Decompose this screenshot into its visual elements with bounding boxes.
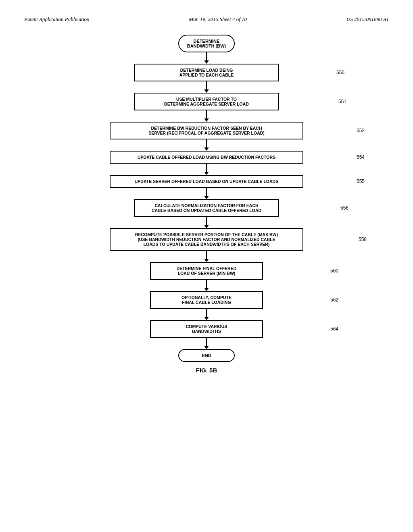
step-558-box: RECOMPUTE POSSIBLE SERVER PORTION OF THE… [110, 228, 303, 251]
header-left: Patent Application Publication [24, 16, 90, 23]
step-start: DETERMINEBANDWIDTH (BW) [24, 35, 389, 52]
start-oval: DETERMINEBANDWIDTH (BW) [178, 35, 235, 52]
label-564: 564 [330, 326, 338, 332]
label-562: 562 [330, 297, 338, 303]
step-562-row: OPTIONALLY, COMPUTEFINAL CABLE LOADING 5… [24, 291, 389, 309]
label-555: 555 [357, 179, 365, 184]
arrow-4 [204, 139, 209, 151]
label-550: 550 [336, 70, 344, 75]
step-555-box: UPDATE SERVER OFFERED LOAD BASED ON UPDA… [110, 175, 303, 188]
step-554-box: UPDATE CABLE OFFERED LOAD USING BW REDUC… [110, 151, 303, 164]
arrow-9 [204, 280, 209, 291]
label-560: 560 [330, 268, 338, 274]
step-560-row: DETERMINE FINAL OFFEREDLOAD OF SERVER (M… [24, 262, 389, 280]
arrow-5 [204, 164, 209, 175]
label-552: 552 [357, 128, 365, 133]
step-554-row: UPDATE CABLE OFFERED LOAD USING BW REDUC… [24, 151, 389, 164]
step-558-row: RECOMPUTE POSSIBLE SERVER PORTION OF THE… [24, 228, 389, 251]
step-551-row: USE MULTIPLIER FACTOR TODETERMINE AGGREG… [24, 93, 389, 110]
page-header: Patent Application Publication Mar. 19, … [24, 16, 389, 23]
label-558: 558 [359, 237, 367, 242]
arrow-2 [204, 81, 209, 93]
step-550-row: DETERMINE LOAD BEINGAPPLIED TO EACH CABL… [24, 64, 389, 81]
arrow-11 [204, 338, 209, 349]
diagram-area: DETERMINEBANDWIDTH (BW) DETERMINE LOAD B… [24, 35, 389, 374]
end-oval: END [178, 349, 235, 362]
page: Patent Application Publication Mar. 19, … [0, 0, 413, 532]
arrow-10 [204, 309, 209, 320]
step-556-box: CALCULATE NORMALIZATION FACTOR FOR EACHC… [134, 199, 279, 217]
step-552-row: DETERMINE BW REDUCTION FACTOR SEEN BY EA… [24, 122, 389, 139]
step-552-box: DETERMINE BW REDUCTION FACTOR SEEN BY EA… [110, 122, 303, 139]
fig-label: FIG. 5B [196, 367, 217, 374]
step-555-row: UPDATE SERVER OFFERED LOAD BASED ON UPDA… [24, 175, 389, 188]
flow-container: DETERMINEBANDWIDTH (BW) DETERMINE LOAD B… [24, 35, 389, 374]
arrow-1 [204, 52, 209, 64]
arrow-6 [204, 188, 209, 199]
header-right: US 2015/081898 A1 [346, 16, 389, 23]
label-554: 554 [357, 154, 365, 160]
header-center: Mar. 19, 2015 Sheet 4 of 10 [189, 16, 247, 23]
label-551: 551 [338, 99, 346, 104]
arrow-7 [204, 217, 209, 228]
step-556-row: CALCULATE NORMALIZATION FACTOR FOR EACHC… [24, 199, 389, 217]
step-562-box: OPTIONALLY, COMPUTEFINAL CABLE LOADING [150, 291, 263, 309]
arrow-3 [204, 110, 209, 122]
step-551-box: USE MULTIPLIER FACTOR TODETERMINE AGGREG… [134, 93, 279, 110]
step-550-box: DETERMINE LOAD BEINGAPPLIED TO EACH CABL… [134, 64, 279, 81]
label-556: 556 [340, 205, 348, 211]
step-564-row: COMPUTE VARIOUSBANDWIDTHS 564 [24, 320, 389, 338]
step-564-box: COMPUTE VARIOUSBANDWIDTHS [150, 320, 263, 338]
step-560-box: DETERMINE FINAL OFFEREDLOAD OF SERVER (M… [150, 262, 263, 280]
arrow-8 [204, 251, 209, 262]
step-end: END [24, 349, 389, 362]
